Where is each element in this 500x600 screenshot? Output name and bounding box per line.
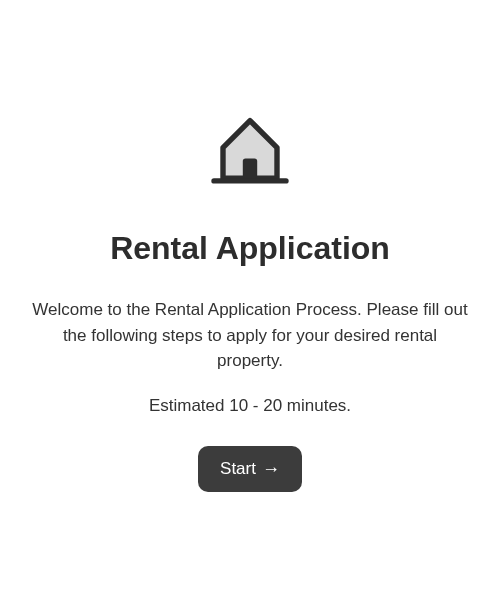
start-button[interactable]: Start → [198,446,302,492]
time-estimate: Estimated 10 - 20 minutes. [149,396,351,416]
arrow-right-icon: → [262,460,280,478]
start-button-label: Start [220,459,256,479]
svg-rect-0 [243,159,257,179]
house-icon [205,108,295,202]
page-title: Rental Application [110,230,390,267]
welcome-description: Welcome to the Rental Application Proces… [30,297,470,374]
